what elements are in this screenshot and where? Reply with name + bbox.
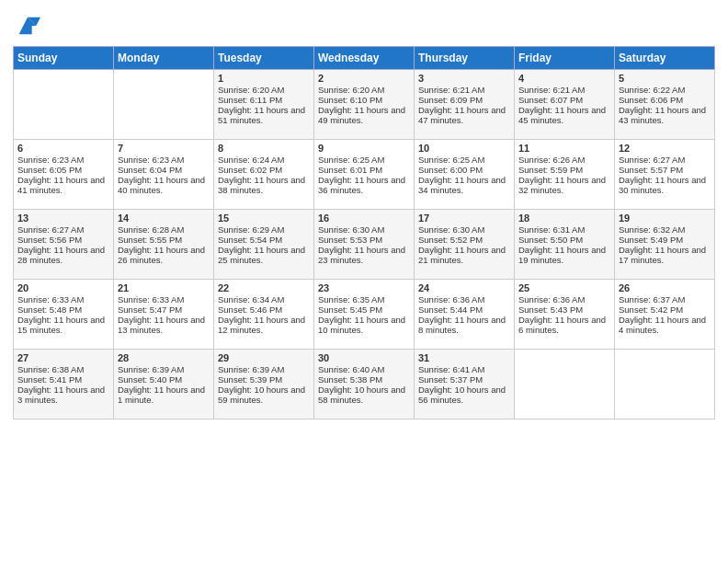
day-number: 17 (418, 213, 510, 224)
day-number: 25 (518, 282, 610, 293)
sunset-text: Sunset: 6:00 PM (418, 165, 510, 175)
daylight-text: Daylight: 11 hours and 6 minutes. (518, 315, 610, 335)
daylight-text: Daylight: 11 hours and 1 minute. (118, 385, 210, 405)
week-row-1: 1Sunrise: 6:20 AMSunset: 6:11 PMDaylight… (14, 70, 715, 140)
daylight-text: Daylight: 11 hours and 13 minutes. (118, 315, 210, 335)
day-number: 3 (418, 73, 510, 84)
sunrise-text: Sunrise: 6:37 AM (619, 294, 711, 304)
calendar-cell: 2Sunrise: 6:20 AMSunset: 6:10 PMDaylight… (314, 70, 415, 140)
day-number: 12 (619, 143, 711, 154)
logo (13, 13, 40, 39)
sunset-text: Sunset: 6:05 PM (17, 165, 109, 175)
daylight-text: Daylight: 11 hours and 10 minutes. (318, 315, 410, 335)
calendar-cell: 11Sunrise: 6:26 AMSunset: 5:59 PMDayligh… (515, 140, 615, 210)
sunset-text: Sunset: 6:04 PM (118, 165, 210, 175)
day-number: 29 (218, 352, 310, 363)
day-number: 22 (218, 282, 310, 293)
weekday-header-sunday: Sunday (14, 47, 114, 70)
sunrise-text: Sunrise: 6:22 AM (619, 85, 711, 95)
calendar-cell: 18Sunrise: 6:31 AMSunset: 5:50 PMDayligh… (515, 210, 615, 280)
sunset-text: Sunset: 5:57 PM (619, 165, 711, 175)
daylight-text: Daylight: 11 hours and 40 minutes. (118, 175, 210, 195)
day-number: 27 (17, 352, 109, 363)
sunrise-text: Sunrise: 6:34 AM (218, 294, 310, 304)
sunrise-text: Sunrise: 6:30 AM (318, 224, 410, 235)
daylight-text: Daylight: 11 hours and 26 minutes. (118, 245, 210, 265)
sunrise-text: Sunrise: 6:36 AM (418, 294, 510, 304)
sunrise-text: Sunrise: 6:23 AM (118, 155, 210, 165)
calendar-cell: 26Sunrise: 6:37 AMSunset: 5:42 PMDayligh… (615, 280, 715, 350)
daylight-text: Daylight: 11 hours and 8 minutes. (418, 315, 510, 335)
sunrise-text: Sunrise: 6:41 AM (418, 364, 510, 374)
day-number: 11 (518, 143, 610, 154)
daylight-text: Daylight: 11 hours and 28 minutes. (17, 245, 109, 265)
sunset-text: Sunset: 5:50 PM (518, 235, 610, 245)
sunrise-text: Sunrise: 6:21 AM (518, 85, 610, 95)
daylight-text: Daylight: 11 hours and 19 minutes. (518, 245, 610, 265)
daylight-text: Daylight: 10 hours and 56 minutes. (418, 385, 510, 405)
daylight-text: Daylight: 11 hours and 32 minutes. (518, 175, 610, 195)
day-number: 13 (17, 213, 109, 224)
sunset-text: Sunset: 5:47 PM (118, 304, 210, 315)
sunset-text: Sunset: 5:39 PM (218, 374, 310, 385)
calendar-cell: 25Sunrise: 6:36 AMSunset: 5:43 PMDayligh… (515, 280, 615, 350)
calendar-cell: 5Sunrise: 6:22 AMSunset: 6:06 PMDaylight… (615, 70, 715, 140)
calendar-cell: 30Sunrise: 6:40 AMSunset: 5:38 PMDayligh… (314, 350, 415, 419)
sunset-text: Sunset: 5:42 PM (619, 304, 711, 315)
week-row-2: 6Sunrise: 6:23 AMSunset: 6:05 PMDaylight… (14, 140, 715, 210)
calendar-cell: 23Sunrise: 6:35 AMSunset: 5:45 PMDayligh… (314, 280, 415, 350)
daylight-text: Daylight: 11 hours and 45 minutes. (518, 105, 610, 125)
day-number: 10 (418, 143, 510, 154)
daylight-text: Daylight: 10 hours and 58 minutes. (318, 385, 410, 405)
sunrise-text: Sunrise: 6:33 AM (17, 294, 109, 304)
daylight-text: Daylight: 10 hours and 59 minutes. (218, 385, 310, 405)
daylight-text: Daylight: 11 hours and 4 minutes. (619, 315, 711, 335)
day-number: 16 (318, 213, 410, 224)
calendar-cell: 17Sunrise: 6:30 AMSunset: 5:52 PMDayligh… (415, 210, 515, 280)
day-number: 5 (619, 73, 711, 84)
calendar-cell: 24Sunrise: 6:36 AMSunset: 5:44 PMDayligh… (415, 280, 515, 350)
daylight-text: Daylight: 11 hours and 12 minutes. (218, 315, 310, 335)
weekday-header-tuesday: Tuesday (214, 47, 314, 70)
sunrise-text: Sunrise: 6:20 AM (318, 85, 410, 95)
sunset-text: Sunset: 5:44 PM (418, 304, 510, 315)
day-number: 7 (118, 143, 210, 154)
calendar-cell: 8Sunrise: 6:24 AMSunset: 6:02 PMDaylight… (214, 140, 314, 210)
sunset-text: Sunset: 5:37 PM (418, 374, 510, 385)
header (13, 9, 715, 39)
day-number: 31 (418, 352, 510, 363)
day-number: 30 (318, 352, 410, 363)
daylight-text: Daylight: 11 hours and 34 minutes. (418, 175, 510, 195)
sunset-text: Sunset: 5:38 PM (318, 374, 410, 385)
calendar-cell: 22Sunrise: 6:34 AMSunset: 5:46 PMDayligh… (214, 280, 314, 350)
week-row-3: 13Sunrise: 6:27 AMSunset: 5:56 PMDayligh… (14, 210, 715, 280)
calendar-cell: 13Sunrise: 6:27 AMSunset: 5:56 PMDayligh… (14, 210, 114, 280)
daylight-text: Daylight: 11 hours and 47 minutes. (418, 105, 510, 125)
sunset-text: Sunset: 5:48 PM (17, 304, 109, 315)
day-number: 9 (318, 143, 410, 154)
calendar-cell: 27Sunrise: 6:38 AMSunset: 5:41 PMDayligh… (14, 350, 114, 419)
daylight-text: Daylight: 11 hours and 3 minutes. (17, 385, 109, 405)
day-number: 19 (619, 213, 711, 224)
daylight-text: Daylight: 11 hours and 38 minutes. (218, 175, 310, 195)
week-row-5: 27Sunrise: 6:38 AMSunset: 5:41 PMDayligh… (14, 350, 715, 419)
sunrise-text: Sunrise: 6:39 AM (218, 364, 310, 374)
daylight-text: Daylight: 11 hours and 49 minutes. (318, 105, 410, 125)
sunrise-text: Sunrise: 6:29 AM (218, 224, 310, 235)
week-row-4: 20Sunrise: 6:33 AMSunset: 5:48 PMDayligh… (14, 280, 715, 350)
calendar-cell: 19Sunrise: 6:32 AMSunset: 5:49 PMDayligh… (615, 210, 715, 280)
sunset-text: Sunset: 6:06 PM (619, 95, 711, 105)
sunset-text: Sunset: 5:53 PM (318, 235, 410, 245)
daylight-text: Daylight: 11 hours and 25 minutes. (218, 245, 310, 265)
calendar-cell: 15Sunrise: 6:29 AMSunset: 5:54 PMDayligh… (214, 210, 314, 280)
daylight-text: Daylight: 11 hours and 21 minutes. (418, 245, 510, 265)
day-number: 20 (17, 282, 109, 293)
sunset-text: Sunset: 6:01 PM (318, 165, 410, 175)
sunrise-text: Sunrise: 6:20 AM (218, 85, 310, 95)
sunset-text: Sunset: 6:02 PM (218, 165, 310, 175)
sunset-text: Sunset: 5:45 PM (318, 304, 410, 315)
calendar-cell: 31Sunrise: 6:41 AMSunset: 5:37 PMDayligh… (415, 350, 515, 419)
sunrise-text: Sunrise: 6:25 AM (318, 155, 410, 165)
calendar-cell: 20Sunrise: 6:33 AMSunset: 5:48 PMDayligh… (14, 280, 114, 350)
sunrise-text: Sunrise: 6:35 AM (318, 294, 410, 304)
